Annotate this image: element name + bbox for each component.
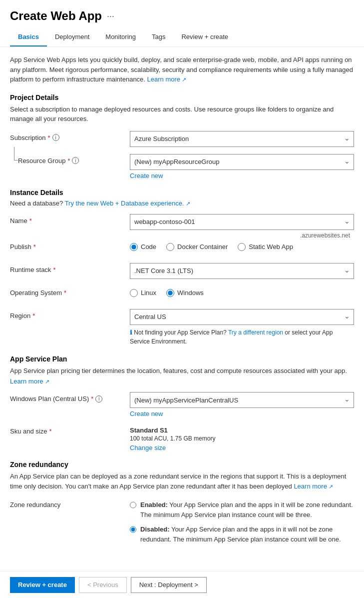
subscription-row: Subscription * i Azure Subscription — [10, 131, 354, 147]
page-title: Create Web App — [10, 9, 102, 23]
project-details-desc: Select a subscription to manage deployed… — [10, 104, 354, 124]
resource-group-row: Resource Group * i (New) myAppResourceGr… — [10, 154, 354, 180]
runtime-select-wrapper: .NET Core 3.1 (LTS) — [130, 263, 354, 279]
region-select[interactable]: Central US — [130, 309, 354, 325]
runtime-select[interactable]: .NET Core 3.1 (LTS) — [130, 263, 354, 279]
resource-group-label: Resource Group * i — [10, 154, 130, 164]
page-header: Create Web App ··· — [0, 0, 364, 28]
tab-review-create[interactable]: Review + create — [173, 28, 236, 46]
sku-label: Sku and size * — [10, 424, 130, 435]
windows-plan-label: Windows Plan (Central US) * i — [10, 392, 130, 402]
publish-control: Code Docker Container Static Web App — [130, 240, 354, 251]
asp-create-new-link[interactable]: Create new — [130, 410, 354, 418]
region-select-wrapper: Central US — [130, 309, 354, 325]
os-windows-option[interactable]: Windows — [166, 289, 204, 297]
subscription-control: Azure Subscription — [130, 131, 354, 147]
tab-monitoring[interactable]: Monitoring — [97, 28, 144, 46]
change-size-link[interactable]: Change size — [130, 444, 354, 452]
zone-enabled-text: Enabled: Your App Service plan and the a… — [140, 500, 354, 520]
db-experience-link[interactable]: Try the new Web + Database experience. — [65, 200, 190, 207]
rg-required: * — [67, 157, 70, 164]
runtime-row: Runtime stack * .NET Core 3.1 (LTS) — [10, 263, 354, 279]
windows-plan-control: (New) myAppServicePlanCentralUS Create n… — [130, 392, 354, 418]
subscription-select[interactable]: Azure Subscription — [130, 131, 354, 147]
publish-code-option[interactable]: Code — [130, 243, 156, 251]
name-select[interactable]: webapp-contoso-001 — [130, 214, 354, 230]
next-button[interactable]: Next : Deployment > — [131, 577, 207, 593]
ellipsis-menu-icon[interactable]: ··· — [107, 11, 114, 22]
asp-desc: App Service plan pricing tier determines… — [10, 366, 354, 376]
rg-select-wrapper: (New) myAppResourceGroup — [130, 154, 354, 170]
name-suffix: .azurewebsites.net — [300, 232, 350, 239]
zone-redundancy-desc: An App Service plan can be deployed as a… — [10, 472, 354, 491]
os-linux-radio[interactable] — [130, 289, 138, 297]
name-select-wrapper: webapp-contoso-001 — [130, 214, 354, 230]
sku-name: Standard S1 — [130, 426, 354, 434]
os-windows-radio[interactable] — [166, 289, 174, 297]
publish-docker-option[interactable]: Docker Container — [166, 243, 228, 251]
sku-control: Standard S1 100 total ACU, 1.75 GB memor… — [130, 424, 354, 452]
runtime-control: .NET Core 3.1 (LTS) — [130, 263, 354, 279]
resource-group-select[interactable]: (New) myAppResourceGroup — [130, 154, 354, 170]
intro-text: App Service Web Apps lets you quickly bu… — [10, 55, 354, 84]
windows-plan-row: Windows Plan (Central US) * i (New) myAp… — [10, 392, 354, 418]
publish-label: Publish * — [10, 240, 130, 250]
zone-redundancy-control: Enabled: Your App Service plan and the a… — [130, 498, 354, 544]
zone-disabled-text: Disabled: Your App Service plan and the … — [140, 524, 354, 544]
publish-row: Publish * Code Docker Container Static — [10, 240, 354, 256]
zone-enabled-radio[interactable] — [130, 501, 136, 509]
os-control: Linux Windows — [130, 286, 354, 297]
windows-plan-info-icon[interactable]: i — [95, 396, 102, 402]
publish-options: Code Docker Container Static Web App — [130, 240, 354, 251]
previous-button[interactable]: < Previous — [79, 577, 127, 593]
region-hint: ℹ Not finding your App Service Plan? Try… — [130, 328, 354, 346]
os-label: Operating System * — [10, 286, 130, 296]
zone-enabled-item: Enabled: Your App Service plan and the a… — [130, 500, 354, 520]
sku-details: 100 total ACU, 1.75 GB memory — [130, 435, 354, 442]
tabs-bar: Basics Deployment Monitoring Tags Review… — [0, 28, 364, 47]
asp-title: App Service Plan — [10, 355, 354, 363]
intro-learn-more-link[interactable]: Learn more — [147, 76, 187, 83]
runtime-label: Runtime stack * — [10, 263, 130, 274]
main-content: App Service Web Apps lets you quickly bu… — [0, 47, 364, 559]
publish-static-radio[interactable] — [238, 243, 246, 251]
zone-disabled-item: Disabled: Your App Service plan and the … — [130, 524, 354, 544]
zone-redundancy-title: Zone redundancy — [10, 460, 354, 468]
windows-plan-select-wrapper: (New) myAppServicePlanCentralUS — [130, 392, 354, 408]
os-options: Linux Windows — [130, 286, 354, 297]
publish-static-option[interactable]: Static Web App — [238, 243, 293, 251]
subscription-info-icon[interactable]: i — [52, 134, 59, 141]
subscription-label: Subscription * i — [10, 131, 130, 142]
sku-row: Sku and size * Standard S1 100 total ACU… — [10, 424, 354, 452]
zone-redundancy-label: Zone redundancy — [10, 498, 130, 508]
tab-basics[interactable]: Basics — [10, 28, 47, 46]
region-row: Region * Central US ℹ Not finding your A… — [10, 309, 354, 346]
instance-db-text: Need a database? Try the new Web + Datab… — [10, 200, 354, 207]
zone-learn-more-link[interactable]: Learn more — [294, 482, 333, 490]
name-control: webapp-contoso-001 .azurewebsites.net — [130, 214, 354, 230]
project-details-title: Project Details — [10, 94, 354, 102]
tab-tags[interactable]: Tags — [144, 28, 173, 46]
region-hint-link[interactable]: Try a different region — [228, 329, 283, 336]
rg-create-new-link[interactable]: Create new — [130, 172, 354, 180]
publish-docker-radio[interactable] — [166, 243, 174, 251]
os-linux-option[interactable]: Linux — [130, 289, 156, 297]
tab-deployment[interactable]: Deployment — [47, 28, 97, 46]
publish-code-radio[interactable] — [130, 243, 138, 251]
name-row: Name * webapp-contoso-001 .azurewebsites… — [10, 214, 354, 230]
region-label: Region * — [10, 309, 130, 320]
footer-bar: Review + create < Previous Next : Deploy… — [0, 571, 364, 598]
zone-redundancy-options: Enabled: Your App Service plan and the a… — [130, 498, 354, 544]
zone-redundancy-row: Zone redundancy Enabled: Your App Servic… — [10, 498, 354, 544]
name-label: Name * — [10, 214, 130, 224]
name-field-wrapper: webapp-contoso-001 .azurewebsites.net — [130, 214, 354, 230]
asp-learn-more-link[interactable]: Learn more — [10, 378, 49, 385]
review-create-button[interactable]: Review + create — [10, 577, 75, 593]
os-row: Operating System * Linux Windows — [10, 286, 354, 302]
zone-disabled-radio[interactable] — [130, 526, 136, 534]
rg-info-icon[interactable]: i — [72, 157, 79, 164]
subscription-required: * — [48, 134, 50, 142]
sku-box: Standard S1 100 total ACU, 1.75 GB memor… — [130, 424, 354, 452]
windows-plan-select[interactable]: (New) myAppServicePlanCentralUS — [130, 392, 354, 408]
region-control: Central US ℹ Not finding your App Servic… — [130, 309, 354, 346]
